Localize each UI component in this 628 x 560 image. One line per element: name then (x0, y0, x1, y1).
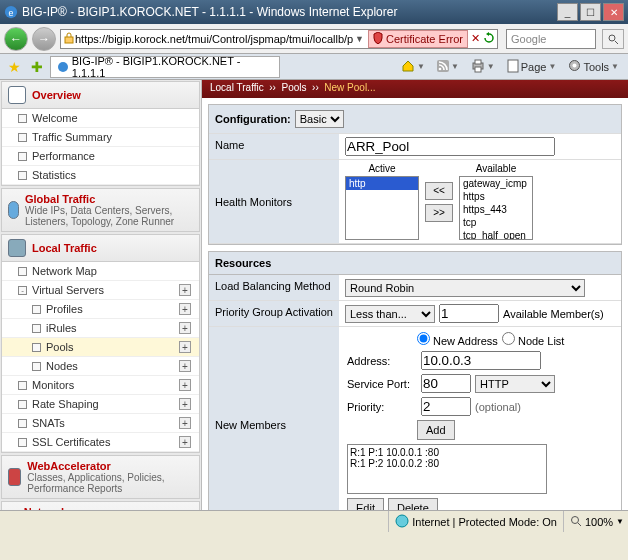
config-label: Configuration: (215, 113, 291, 125)
print-button[interactable]: ▼ (466, 57, 500, 77)
overview-icon (8, 86, 26, 104)
window-titlebar: e BIG-IP® - BIGIP1.KOROCK.NET - 1.1.1.1 … (0, 0, 628, 24)
hm-add-button[interactable]: >> (425, 204, 453, 222)
lock-icon (63, 32, 75, 46)
list-item[interactable]: tcp (460, 216, 532, 229)
svg-text:e: e (9, 8, 14, 18)
statusbar: Internet | Protected Mode: On 100% ▼ (0, 510, 628, 532)
list-item[interactable]: https (460, 190, 532, 203)
address-input[interactable] (421, 351, 541, 370)
sidebar-header-network[interactable]: NetworkInterfaces, Routes, Self IPs, Pac… (1, 501, 200, 510)
pg-mode-select[interactable]: Less than... (345, 305, 435, 323)
sidebar-item[interactable]: Welcome (2, 109, 199, 128)
globe-icon (395, 514, 409, 530)
sidebar-item[interactable]: Traffic Summary (2, 128, 199, 147)
shield-icon (373, 32, 383, 46)
window-title: BIG-IP® - BIGIP1.KOROCK.NET - 1.1.1.1 - … (22, 5, 397, 19)
back-button[interactable]: ← (4, 27, 28, 51)
zoom-control[interactable]: 100% ▼ (563, 511, 624, 532)
member-row[interactable]: R:1 P:2 10.0.0.2 :80 (350, 458, 544, 469)
svg-point-5 (58, 62, 68, 72)
sidebar-subitem[interactable]: Profiles+ (2, 300, 199, 319)
svg-point-13 (573, 64, 577, 68)
page-menu[interactable]: Page▼ (502, 57, 562, 77)
window-maximize-button[interactable]: ☐ (580, 3, 601, 21)
delete-member-button[interactable]: Delete (388, 498, 438, 510)
priority-input[interactable] (421, 397, 471, 416)
name-label: Name (209, 134, 339, 159)
add-favorite-icon[interactable]: ✚ (27, 57, 47, 77)
window-minimize-button[interactable]: _ (557, 3, 578, 21)
forward-button[interactable]: → (32, 27, 56, 51)
sidebar-header-local[interactable]: Local Traffic (1, 234, 200, 262)
sidebar-item[interactable]: Performance (2, 147, 199, 166)
stop-icon[interactable]: ✕ (471, 32, 480, 45)
zone-info[interactable]: Internet | Protected Mode: On (388, 511, 557, 532)
browser-tab[interactable]: BIG-IP® - BIGIP1.KOROCK.NET - 1.1.1.1 (50, 56, 280, 78)
lb-method-select[interactable]: Round Robin (345, 279, 585, 297)
port-input[interactable] (421, 374, 471, 393)
home-button[interactable]: ▼ (396, 57, 430, 77)
app-body: Overview WelcomeTraffic SummaryPerforman… (0, 80, 628, 510)
new-address-radio[interactable] (417, 332, 430, 345)
certificate-error-badge[interactable]: Certificate Error (368, 30, 468, 48)
list-item[interactable]: tcp_half_open (460, 229, 532, 240)
pg-count-input[interactable] (439, 304, 499, 323)
list-item[interactable]: http (346, 177, 418, 190)
gear-icon (568, 59, 581, 74)
config-mode-select[interactable]: Basic (295, 110, 344, 128)
add-member-button[interactable]: Add (417, 420, 455, 440)
svg-rect-10 (475, 67, 481, 72)
port-service-select[interactable]: HTTP (475, 375, 555, 393)
svg-rect-2 (65, 37, 73, 43)
search-button[interactable] (602, 29, 624, 49)
tools-menu[interactable]: Tools▼ (563, 57, 624, 77)
browser-tabbar: ★ ✚ BIG-IP® - BIGIP1.KOROCK.NET - 1.1.1.… (0, 54, 628, 80)
sidebar-item[interactable]: SSL Certificates+ (2, 433, 199, 452)
pg-label: Priority Group Activation (209, 301, 339, 326)
sidebar-header-overview[interactable]: Overview (1, 81, 200, 109)
list-item[interactable]: gateway_icmp (460, 177, 532, 190)
hm-active-list[interactable]: http (345, 176, 419, 240)
node-list-radio[interactable] (502, 332, 515, 345)
pool-name-input[interactable] (345, 137, 555, 156)
sidebar-local-items: Network Map-Virtual Servers+Profiles+iRu… (1, 262, 200, 453)
svg-rect-11 (508, 60, 518, 72)
search-box[interactable]: Google (506, 29, 596, 49)
svg-point-7 (439, 67, 442, 70)
monitor-icon (8, 239, 26, 257)
member-row[interactable]: R:1 P:1 10.0.0.1 :80 (350, 447, 544, 458)
refresh-icon[interactable] (483, 32, 495, 46)
config-panel: Configuration: Basic Name Health Monitor… (208, 104, 622, 245)
sidebar-subitem[interactable]: iRules+ (2, 319, 199, 338)
svg-point-15 (571, 516, 578, 523)
edit-member-button[interactable]: Edit (347, 498, 384, 510)
hm-remove-button[interactable]: << (425, 182, 453, 200)
sidebar-item[interactable]: Statistics (2, 166, 199, 185)
url-text: https://bigip.korock.net/tmui/Control/js… (75, 33, 353, 45)
nm-label: New Members (209, 327, 339, 510)
hm-label: Health Monitors (209, 160, 339, 243)
address-bar[interactable]: https://bigip.korock.net/tmui/Control/js… (60, 29, 498, 49)
feeds-button[interactable]: ▼ (432, 57, 464, 77)
sidebar-item[interactable]: Rate Shaping+ (2, 395, 199, 414)
list-item[interactable]: https_443 (460, 203, 532, 216)
page-icon (507, 59, 519, 75)
sidebar-item[interactable]: Network Map (2, 262, 199, 281)
sidebar-header-webacc[interactable]: WebAcceleratorClasses, Applications, Pol… (1, 455, 200, 499)
webacc-icon (8, 468, 21, 486)
favorites-icon[interactable]: ★ (4, 57, 24, 77)
sidebar-header-global[interactable]: Global TrafficWide IPs, Data Centers, Se… (1, 188, 200, 232)
resources-panel: Load Balancing Method Round Robin Priori… (208, 274, 622, 510)
globe-icon (8, 201, 19, 219)
sidebar-item[interactable]: SNATs+ (2, 414, 199, 433)
sidebar-subitem[interactable]: Pools+ (2, 338, 199, 357)
sidebar-overview-items: WelcomeTraffic SummaryPerformanceStatist… (1, 109, 200, 186)
window-close-button[interactable]: ✕ (603, 3, 624, 21)
hm-available-list[interactable]: gateway_icmphttpshttps_443tcptcp_half_op… (459, 176, 533, 240)
sidebar-item[interactable]: -Virtual Servers+ (2, 281, 199, 300)
members-list[interactable]: R:1 P:1 10.0.0.1 :80R:1 P:2 10.0.0.2 :80 (347, 444, 547, 494)
sidebar-item[interactable]: Monitors+ (2, 376, 199, 395)
sidebar-subitem[interactable]: Nodes+ (2, 357, 199, 376)
rss-icon (437, 60, 449, 74)
